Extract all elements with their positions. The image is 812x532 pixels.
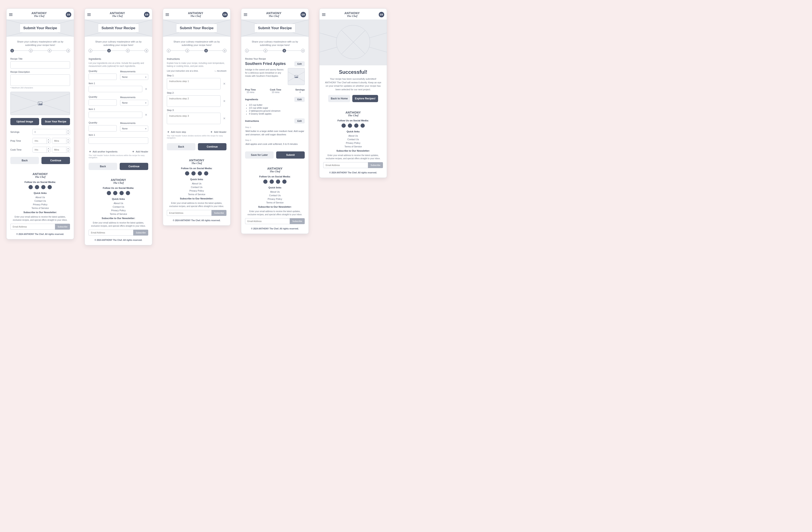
twitter-icon[interactable] [354,124,359,128]
scan-recipe-button[interactable]: Scan Your Recipe [41,118,70,125]
newsletter-email-input[interactable] [10,224,55,230]
close-icon[interactable]: ✕ [144,113,148,116]
step2-input[interactable] [167,95,220,107]
item-input[interactable] [89,138,148,144]
page-title: Submit Your Recipe [98,24,139,32]
subscribe-button[interactable]: Subscribe [368,162,383,168]
upload-image-button[interactable]: Upload Image [10,118,39,125]
back-button[interactable]: Back [10,157,39,164]
close-icon[interactable]: ✕ [222,117,227,120]
close-icon[interactable]: ✕ [144,87,148,91]
newsletter-email-input[interactable] [245,218,290,224]
item-input[interactable] [89,112,142,118]
add-header-button[interactable]: ＋Add Header [132,150,148,154]
subscribe-button[interactable]: Subscribe [290,218,305,224]
add-ingredient-button[interactable]: ＋Add another Ingredients [89,150,117,154]
footer-link-about[interactable]: About Us [10,196,70,199]
prep-mins-stepper[interactable]: ▴▾ [52,138,70,144]
measurement-select[interactable]: None [120,126,148,131]
pinterest-icon[interactable] [126,191,130,195]
success-message: Your recipe has been successfully submit… [320,75,387,91]
cook-mins-stepper[interactable]: ▴▾ [52,147,70,153]
subscribe-button[interactable]: Subscribe [55,224,70,230]
footer-link-terms[interactable]: Terms of Service [10,207,70,209]
avatar[interactable]: EB [301,12,306,17]
continue-button[interactable]: Continue [198,143,227,150]
pinterest-icon[interactable] [361,124,365,128]
cook-hrs-stepper[interactable]: ▴▾ [32,147,50,153]
twitter-icon[interactable] [198,171,202,175]
recipe-title-input[interactable] [10,61,70,69]
instagram-icon[interactable] [191,171,195,175]
footer-link-contact[interactable]: Contact Us [10,200,70,202]
newsletter-heading: Subscribe to Our Newsletter: [10,211,70,214]
facebook-icon[interactable] [342,124,346,128]
instagram-icon[interactable] [113,191,117,195]
facebook-icon[interactable] [29,185,33,189]
menu-icon[interactable] [9,13,13,16]
pinterest-icon[interactable] [282,179,287,184]
step-node-2[interactable]: 2 [29,49,32,53]
instagram-icon[interactable] [348,124,352,128]
reorder-button[interactable]: ↑↓REORDER [214,70,227,72]
measurement-select[interactable]: None [120,100,148,106]
menu-icon[interactable] [87,13,91,16]
add-step-button[interactable]: ＋Add more step [167,130,186,134]
measurement-select[interactable]: None [120,74,148,80]
edit-instructions-button[interactable]: Edit [294,118,305,124]
item-input[interactable] [89,86,142,92]
chevron-up-icon[interactable]: ▴ [67,129,70,132]
facebook-icon[interactable] [107,191,111,195]
facebook-icon[interactable] [185,171,189,175]
continue-button[interactable]: Continue [120,163,148,170]
chevron-down-icon[interactable]: ▾ [67,132,70,135]
newsletter-email-input[interactable] [323,162,368,168]
step3-input[interactable] [167,113,220,124]
twitter-icon[interactable] [119,191,124,195]
avatar[interactable]: EB [379,12,384,17]
subscribe-button[interactable]: Subscribe [212,210,227,216]
explore-recipes-button[interactable]: Explore Recipes! [352,95,378,102]
subscribe-button[interactable]: Subscribe [133,230,148,235]
recipe-desc-input[interactable] [10,74,70,86]
pinterest-icon[interactable] [47,185,52,189]
brand-logo: ANTHONYThe Chef [31,12,47,17]
menu-icon[interactable] [244,13,247,16]
continue-button[interactable]: Continue [41,157,70,164]
avatar[interactable]: EB [144,12,149,17]
facebook-icon[interactable] [263,179,267,184]
newsletter-email-input[interactable] [89,230,133,235]
twitter-icon[interactable] [276,179,280,184]
close-icon[interactable]: ✕ [222,99,227,103]
edit-ingredients-button[interactable]: Edit [294,97,305,102]
servings-stepper[interactable]: ▴▾ [32,129,70,135]
close-icon[interactable]: ✕ [222,82,227,85]
newsletter-email-input[interactable] [167,210,212,216]
avatar[interactable]: EB [66,12,71,17]
qty-input[interactable] [89,74,117,80]
add-header-button[interactable]: ＋Add Header [210,130,227,134]
step-node-1[interactable]: 1 [10,49,14,53]
qty-input[interactable] [89,125,117,131]
back-button[interactable]: Back [89,163,117,170]
back-button[interactable]: Back [167,143,195,150]
submit-button[interactable]: Submit [276,152,305,159]
save-later-button[interactable]: Save for Later [245,152,274,159]
step1-input[interactable] [167,78,220,89]
instagram-icon[interactable] [35,185,39,189]
back-home-button[interactable]: Back to Home [328,95,350,102]
prep-hrs-stepper[interactable]: ▴▾ [32,138,50,144]
menu-icon[interactable] [165,13,169,16]
edit-title-button[interactable]: Edit [294,61,305,67]
avatar[interactable]: EB [222,12,228,17]
pinterest-icon[interactable] [204,171,208,175]
list-item: 4 Granny Smith apples [249,113,305,115]
instagram-icon[interactable] [270,179,274,184]
qty-input[interactable] [89,99,117,106]
step-node-3[interactable]: 3 [48,49,52,53]
menu-icon[interactable] [322,13,325,16]
prep-time-label: Prep Time [10,140,29,142]
step-node-4[interactable]: 4 [67,49,70,53]
twitter-icon[interactable] [41,185,45,189]
footer-link-privacy[interactable]: Privacy Policy [10,203,70,206]
